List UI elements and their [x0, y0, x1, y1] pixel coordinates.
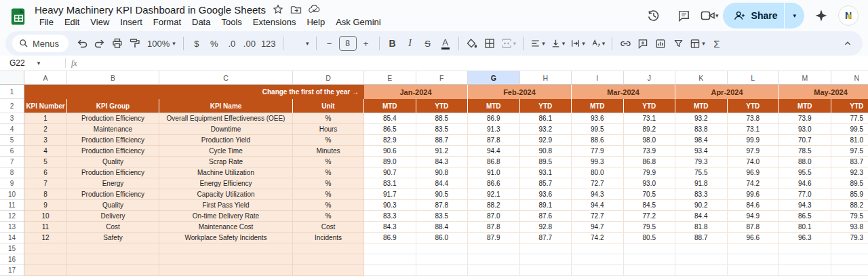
- table-header-kpi-name[interactable]: KPI Name: [159, 99, 293, 113]
- cell-G15[interactable]: [468, 243, 520, 254]
- cell-I8[interactable]: 80.0: [572, 167, 624, 178]
- select-all-corner[interactable]: [0, 71, 24, 85]
- column-header-A[interactable]: A: [24, 71, 67, 85]
- undo-button[interactable]: [74, 35, 90, 52]
- cell-N4[interactable]: 99.5: [831, 124, 868, 135]
- cell-D9[interactable]: %: [293, 178, 364, 189]
- row-header-15[interactable]: 15: [0, 243, 24, 254]
- cell-I5[interactable]: 88.6: [572, 135, 624, 146]
- cell-K10[interactable]: 83.3: [675, 189, 728, 200]
- cell-J6[interactable]: 73.9: [624, 146, 676, 157]
- cell-F6[interactable]: 91.2: [416, 146, 469, 157]
- cell-J3[interactable]: 73.1: [624, 113, 676, 124]
- cell-I12[interactable]: 72.7: [572, 211, 624, 222]
- cell-E7[interactable]: 89.0: [364, 157, 416, 167]
- cell-M5[interactable]: 70.7: [779, 135, 831, 146]
- cell-D4[interactable]: Hours: [293, 124, 364, 135]
- cell-F17[interactable]: [416, 265, 469, 276]
- cell-M3[interactable]: 73.9: [779, 113, 831, 124]
- cell-M12[interactable]: 86.5: [779, 211, 831, 222]
- cell-K7[interactable]: 79.3: [675, 157, 728, 167]
- column-header-M[interactable]: M: [779, 71, 831, 85]
- cell-A5[interactable]: 3: [24, 135, 67, 146]
- row-header-7[interactable]: 7: [0, 157, 24, 167]
- cell-H17[interactable]: [520, 265, 572, 276]
- cell-K11[interactable]: 90.2: [675, 200, 728, 211]
- column-header-J[interactable]: J: [624, 71, 676, 85]
- table-header-mtd-0[interactable]: MTD: [364, 99, 416, 113]
- doc-title[interactable]: Heavy Machinery KPI Dashboard in Google …: [35, 4, 266, 16]
- functions-button[interactable]: Σ: [709, 35, 725, 52]
- cell-I7[interactable]: 99.3: [572, 157, 624, 167]
- cell-H7[interactable]: 89.5: [520, 157, 572, 167]
- cell-C3[interactable]: Overall Equipment Effectiveness (OEE): [159, 113, 293, 124]
- row-header-3[interactable]: 3: [0, 113, 24, 124]
- cell-J7[interactable]: 86.8: [624, 157, 676, 167]
- borders-button[interactable]: [481, 35, 498, 52]
- cell-H12[interactable]: 87.6: [520, 211, 572, 222]
- cell-G6[interactable]: 94.4: [468, 146, 520, 157]
- cell-J5[interactable]: 98.0: [624, 135, 676, 146]
- cell-C17[interactable]: [159, 265, 293, 276]
- cell-C7[interactable]: Scrap Rate: [159, 157, 293, 167]
- cell-B14[interactable]: Safety: [67, 233, 159, 243]
- zoom-select[interactable]: 100% ▾: [144, 39, 178, 49]
- cell-E12[interactable]: 83.3: [364, 211, 416, 222]
- cell-K5[interactable]: 98.4: [675, 135, 728, 146]
- print-button[interactable]: [109, 35, 125, 52]
- column-header-L[interactable]: L: [728, 71, 780, 85]
- gemini-sparkle-icon[interactable]: [808, 3, 834, 28]
- insert-comment-button[interactable]: [635, 35, 651, 52]
- cell-M7[interactable]: 88.0: [779, 157, 831, 167]
- insert-link-button[interactable]: [617, 35, 633, 52]
- month-header-Apr-2024[interactable]: Apr-2024: [675, 85, 779, 99]
- row-header-17[interactable]: 17: [0, 265, 24, 276]
- text-wrap-button[interactable]: ▾: [568, 35, 587, 52]
- cell-B4[interactable]: Maintenance: [67, 124, 159, 135]
- cell-A6[interactable]: 4: [24, 146, 67, 157]
- star-icon[interactable]: [273, 4, 283, 15]
- version-history-icon[interactable]: [641, 3, 667, 28]
- menus-search[interactable]: Menus: [12, 35, 68, 52]
- cell-C15[interactable]: [159, 243, 293, 254]
- column-header-H[interactable]: H: [520, 71, 572, 85]
- cell-E11[interactable]: 90.3: [364, 200, 416, 211]
- menu-file[interactable]: File: [35, 16, 58, 28]
- cell-M9[interactable]: 94.6: [779, 178, 831, 189]
- cell-H9[interactable]: 85.7: [520, 178, 572, 189]
- cell-I4[interactable]: 99.5: [572, 124, 624, 135]
- cell-H3[interactable]: 86.1: [520, 113, 572, 124]
- row-header-13[interactable]: 13: [0, 222, 24, 233]
- cell-G11[interactable]: 88.2: [468, 200, 520, 211]
- cell-B16[interactable]: [67, 254, 159, 265]
- cell-F12[interactable]: 83.5: [416, 211, 469, 222]
- cell-E9[interactable]: 83.1: [364, 178, 416, 189]
- cell-F4[interactable]: 83.5: [416, 124, 469, 135]
- column-header-I[interactable]: I: [572, 71, 624, 85]
- cell-A7[interactable]: 5: [24, 157, 67, 167]
- menu-edit[interactable]: Edit: [60, 16, 84, 28]
- cell-B6[interactable]: Production Efficiency: [67, 146, 159, 157]
- menu-insert[interactable]: Insert: [115, 16, 147, 28]
- cell-J4[interactable]: 89.2: [624, 124, 676, 135]
- cell-G4[interactable]: 91.3: [468, 124, 520, 135]
- cell-E14[interactable]: 86.9: [364, 233, 416, 243]
- cell-E17[interactable]: [364, 265, 416, 276]
- cell-C10[interactable]: Capacity Utilization: [159, 189, 293, 200]
- column-header-B[interactable]: B: [67, 71, 159, 85]
- paint-format-button[interactable]: [127, 35, 143, 52]
- cell-F16[interactable]: [416, 254, 469, 265]
- cell-A10[interactable]: 8: [24, 189, 67, 200]
- table-header-ytd-0[interactable]: YTD: [416, 99, 469, 113]
- cell-J15[interactable]: [624, 243, 676, 254]
- cell-D12[interactable]: %: [293, 211, 364, 222]
- merge-cells-button[interactable]: ▾: [499, 35, 519, 52]
- cell-B8[interactable]: Production Efficiency: [67, 167, 159, 178]
- cell-M16[interactable]: [779, 254, 831, 265]
- cell-G13[interactable]: 87.8: [468, 222, 520, 233]
- cell-E10[interactable]: 91.7: [364, 189, 416, 200]
- share-button[interactable]: Share ▾: [723, 3, 804, 28]
- cell-M8[interactable]: 95.5: [779, 167, 831, 178]
- cell-B12[interactable]: Delivery: [67, 211, 159, 222]
- cell-N17[interactable]: [831, 265, 868, 276]
